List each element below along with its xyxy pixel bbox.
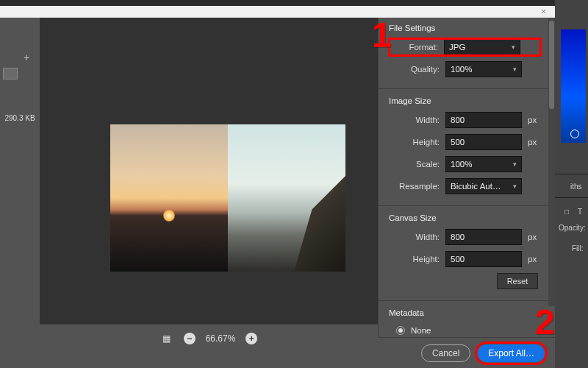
quality-value: 100% [451, 65, 472, 74]
modal-header [0, 6, 555, 18]
scrollbar-thumb[interactable] [549, 21, 554, 109]
dialog-button-bar: Cancel Export All… [378, 337, 555, 368]
image-size-title: Image Size [389, 96, 541, 105]
height-label: Height: [395, 138, 440, 146]
canvas-width-input[interactable]: 800 [445, 229, 522, 245]
scale-select[interactable]: 100% ▾ [445, 156, 522, 172]
cancel-button[interactable]: Cancel [421, 344, 470, 362]
image-height-input[interactable]: 500 [445, 134, 522, 150]
scale-label: Scale: [395, 160, 440, 169]
preview-image-left [110, 124, 228, 272]
unit-px: px [528, 255, 541, 263]
chevron-down-icon: ▾ [512, 43, 515, 51]
export-all-button[interactable]: Export All… [478, 344, 545, 362]
width-label: Width: [395, 116, 440, 124]
image-height-value: 500 [451, 138, 465, 146]
format-value: JPG [449, 43, 465, 52]
canvas-size-title: Canvas Size [389, 213, 541, 222]
quality-label: Quality: [395, 65, 440, 74]
resample-select[interactable]: Bicubic Aut… ▾ [445, 178, 522, 194]
scale-value: 100% [451, 160, 472, 169]
preview-panel [40, 18, 378, 324]
file-settings-group: File Settings Format: JPG ▾ Quality: 100… [379, 18, 551, 87]
canvas-height-value: 500 [451, 255, 465, 263]
color-picker-ring-icon [570, 130, 579, 138]
settings-scrollbar[interactable] [548, 18, 555, 306]
thumbnail-tile[interactable] [3, 68, 18, 79]
metadata-none-label: None [411, 326, 431, 335]
zoom-percent[interactable]: 66.67% [206, 333, 236, 344]
quality-row: Quality: 100% ▾ [389, 60, 541, 78]
resample-label: Resample: [395, 182, 440, 191]
chevron-down-icon: ▾ [513, 160, 517, 168]
settings-panel: File Settings Format: JPG ▾ Quality: 100… [378, 18, 551, 337]
reset-button[interactable]: Reset [497, 273, 538, 289]
format-select[interactable]: JPG ▾ [444, 39, 520, 55]
color-picker-gradient [561, 29, 586, 143]
radio-icon [396, 326, 405, 335]
file-size-label: 290.3 KB [3, 114, 37, 122]
zoom-in-button[interactable]: + [245, 333, 257, 344]
canvas-size-group: Canvas Size Width: 800 px Height: 500 px… [379, 205, 551, 299]
canvas-width-value: 800 [451, 233, 465, 241]
add-thumbnail-button[interactable]: + [24, 52, 29, 63]
chevron-down-icon: ▾ [513, 66, 517, 73]
zoom-toolbar: ▦ − 66.67% + [40, 324, 378, 352]
bg-type-icon: T [578, 208, 582, 216]
canvas-height-label: Height: [395, 255, 440, 263]
bg-label-iths: iths [570, 183, 582, 191]
quality-select[interactable]: 100% ▾ [445, 61, 522, 77]
unit-px: px [528, 138, 541, 146]
zoom-out-button[interactable]: − [184, 333, 196, 344]
preview-canvas [110, 124, 345, 272]
panel-divider [555, 174, 588, 174]
file-settings-title: File Settings [389, 24, 541, 32]
close-icon[interactable]: × [541, 7, 546, 17]
metadata-title: Metadata [389, 308, 541, 317]
format-row: Format: JPG ▾ [389, 38, 541, 56]
image-width-value: 800 [451, 116, 465, 124]
image-size-group: Image Size Width: 800 px Height: 500 px … [379, 88, 551, 204]
metadata-none-row[interactable]: None [389, 323, 541, 338]
fill-label: Fill: [572, 244, 584, 252]
panel-divider [555, 197, 588, 198]
preview-image-right [228, 124, 345, 272]
chevron-down-icon: ▾ [513, 183, 517, 190]
canvas-height-input[interactable]: 500 [445, 251, 522, 267]
unit-px: px [528, 233, 541, 241]
aspect-ratio-icon[interactable]: ▦ [160, 332, 173, 345]
format-label: Format: [394, 43, 438, 52]
canvas-width-label: Width: [395, 233, 440, 241]
opacity-label: Opacity: [559, 224, 586, 232]
app-titlebar [0, 0, 588, 6]
bg-square-icon: □ [564, 208, 569, 216]
unit-px: px [528, 116, 541, 124]
resample-value: Bicubic Aut… [451, 182, 501, 191]
image-width-input[interactable]: 800 [445, 112, 522, 128]
